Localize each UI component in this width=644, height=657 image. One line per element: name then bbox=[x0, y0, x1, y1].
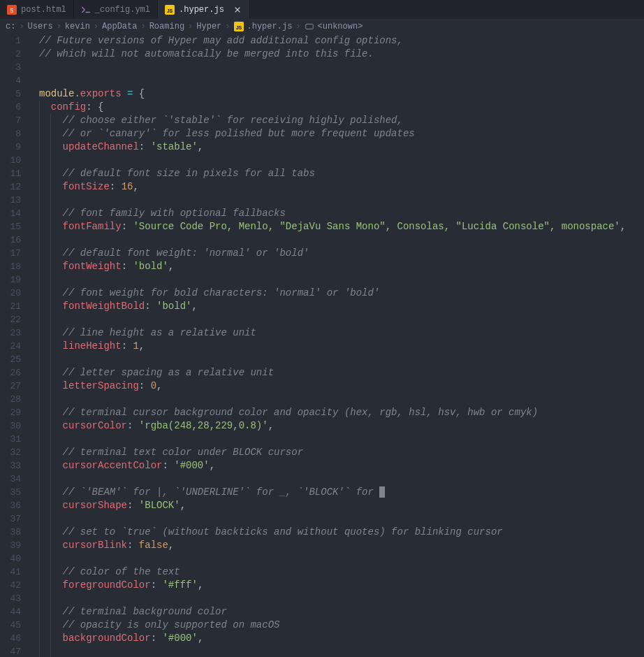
js-file-icon: JS bbox=[234, 22, 244, 31]
breadcrumb-seg[interactable]: Hyper bbox=[196, 22, 221, 31]
tab-hyper-js[interactable]: JS .hyper.js bbox=[158, 0, 250, 19]
breadcrumb-seg[interactable]: Roaming bbox=[149, 22, 184, 31]
tab-config-yml[interactable]: _config.yml bbox=[74, 0, 158, 19]
tab-post-html[interactable]: 5 post.html bbox=[0, 0, 74, 19]
close-icon[interactable] bbox=[233, 5, 242, 15]
tab-label: .hyper.js bbox=[179, 5, 224, 15]
chevron-right-icon: › bbox=[19, 22, 24, 31]
breadcrumb-seg[interactable]: kevin bbox=[65, 22, 90, 31]
chevron-right-icon: › bbox=[295, 22, 300, 31]
chevron-right-icon: › bbox=[94, 22, 98, 31]
line-number-gutter: 1234567891011121314151617181920212223242… bbox=[0, 34, 28, 657]
svg-rect-6 bbox=[305, 24, 313, 29]
breadcrumb-seg[interactable]: <unknown> bbox=[318, 22, 363, 31]
breadcrumb[interactable]: c: › Users › kevin › AppData › Roaming ›… bbox=[0, 19, 644, 34]
code-area[interactable]: // Future versions of Hyper may add addi… bbox=[28, 34, 644, 657]
editor-tabs: 5 post.html _config.yml JS .hyper.js bbox=[0, 0, 644, 19]
symbol-icon bbox=[305, 22, 314, 31]
tab-label: post.html bbox=[21, 5, 66, 15]
code-editor[interactable]: 1234567891011121314151617181920212223242… bbox=[0, 34, 644, 657]
breadcrumb-seg[interactable]: AppData bbox=[102, 22, 137, 31]
svg-text:JS: JS bbox=[167, 8, 173, 13]
yml-file-icon bbox=[81, 5, 91, 15]
js-file-icon: JS bbox=[165, 5, 175, 15]
chevron-right-icon: › bbox=[225, 22, 230, 31]
tab-label: _config.yml bbox=[95, 5, 150, 15]
chevron-right-icon: › bbox=[57, 22, 61, 31]
chevron-right-icon: › bbox=[188, 22, 193, 31]
svg-text:5: 5 bbox=[10, 6, 14, 13]
breadcrumb-seg[interactable]: c: bbox=[6, 22, 15, 31]
svg-text:JS: JS bbox=[235, 25, 242, 30]
chevron-right-icon: › bbox=[140, 22, 145, 31]
breadcrumb-seg[interactable]: .hyper.js bbox=[247, 22, 293, 31]
html-file-icon: 5 bbox=[7, 5, 17, 15]
breadcrumb-seg[interactable]: Users bbox=[28, 22, 53, 31]
